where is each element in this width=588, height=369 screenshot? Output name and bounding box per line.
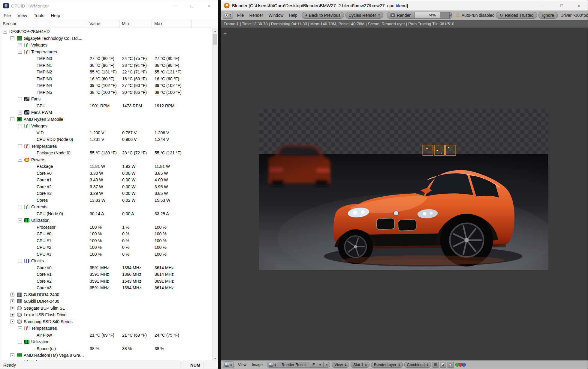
browse-image-button[interactable] [267, 362, 278, 368]
sensor-row[interactable]: Core #23.37 W0.00 W3.95 W [1, 183, 212, 190]
renderlayer-dropdown[interactable]: RenderLayer [371, 362, 403, 368]
hwmonitor-scrollbar[interactable]: ▴ ▾ [212, 28, 218, 361]
sensor-row[interactable]: VID1.200 V0.787 V1.206 V [1, 129, 212, 136]
new-image-button[interactable]: + [317, 362, 324, 368]
sensor-row[interactable]: -Utilization [1, 338, 212, 345]
sensor-row[interactable]: Core #13591 MHz1366 MHz3614 MHz [1, 271, 212, 278]
back-to-previous-button[interactable]: Back to Previous [302, 12, 344, 19]
sensor-row[interactable]: TMPIN027 °C (80 °F)24 °C (75 °F)27 °C (8… [1, 55, 212, 62]
editor-type-button[interactable] [223, 362, 234, 368]
sensor-row[interactable]: Package11.81 W1.93 W11.81 W [1, 163, 212, 170]
collapse-icon[interactable]: - [3, 30, 7, 34]
collapse-icon[interactable]: - [18, 158, 22, 162]
image-editor-area[interactable]: + [221, 28, 587, 360]
sensor-row[interactable]: CPU #3100 %0 %100 % [1, 251, 212, 258]
menu-view[interactable]: View [14, 12, 30, 19]
renderpass-dropdown[interactable]: Combined [404, 362, 431, 368]
sensor-row[interactable]: TMPIN255 °C (131 °F)22 °C (71 °F)55 °C (… [1, 69, 212, 76]
reload-trusted-button[interactable]: Reload Trusted [496, 12, 537, 19]
collapse-icon[interactable]: - [18, 340, 22, 344]
collapse-icon[interactable]: - [11, 353, 14, 357]
column-sensor[interactable]: Sensor [0, 20, 87, 28]
sensor-row[interactable]: Core #13.40 W0.00 W4.00 W [1, 177, 212, 183]
render-engine-dropdown[interactable]: Cycles Render [345, 12, 383, 19]
column-value[interactable]: Value [87, 20, 119, 28]
sensor-row[interactable]: CPU VDD (Node 0)1.231 V0.906 V1.244 V [1, 136, 212, 143]
sensor-row[interactable]: -Clocks [1, 257, 212, 264]
display-channels-icon[interactable] [456, 363, 466, 367]
maximize-button[interactable]: □ [183, 0, 201, 11]
sensor-row[interactable]: CPU1901 RPM1473 RPM1912 RPM [1, 103, 212, 109]
maximize-button[interactable]: □ [553, 0, 570, 10]
sensor-row[interactable]: +Voltages [1, 359, 212, 361]
menu-help[interactable]: Help [286, 12, 300, 19]
toggle-grid-icon[interactable] [433, 362, 439, 368]
sensor-row[interactable]: CPU #2100 %0 %100 % [1, 244, 212, 251]
render-job-button[interactable]: Render [387, 12, 414, 19]
sensor-row[interactable]: -Voltages [1, 123, 212, 129]
menu-render[interactable]: Render [247, 12, 266, 19]
sensor-row[interactable]: Core #23591 MHz1543 MHz3691 MHz [1, 278, 212, 285]
ignore-button[interactable]: Ignore [538, 12, 558, 19]
sensor-row[interactable]: -Fans [1, 96, 212, 103]
sensor-row[interactable]: -Temperatures [1, 49, 212, 55]
scroll-up-icon[interactable]: ▴ [213, 28, 218, 33]
menu-tools[interactable]: Tools [30, 12, 47, 19]
collapse-icon[interactable]: - [11, 36, 14, 40]
menu-file[interactable]: File [0, 12, 14, 19]
minimize-button[interactable]: ─ [535, 0, 553, 10]
collapse-icon[interactable]: - [18, 259, 22, 263]
sensor-row[interactable]: -Gigabyte Technology Co. Ltd.... [1, 35, 212, 42]
sensor-row[interactable]: Package (Node 0)55 °C (130 °F)23 °C (72 … [1, 150, 212, 156]
view-mode-dropdown[interactable]: View [332, 362, 349, 368]
close-button[interactable]: × [201, 0, 218, 11]
collapse-icon[interactable]: - [18, 144, 22, 148]
sensor-row[interactable]: +Lexar USB Flash Drive [1, 311, 212, 318]
sensor-row[interactable]: Core #03591 MHz1394 MHz3614 MHz [1, 264, 212, 271]
fake-user-button[interactable]: F [310, 362, 317, 368]
sensor-row[interactable]: -Powers [1, 156, 212, 163]
sensor-row[interactable]: Processor100 %1 %100 % [1, 224, 212, 231]
column-max[interactable]: Max [152, 20, 191, 28]
sensor-row[interactable]: Cores13.33 W0.02 W15.53 W [1, 197, 212, 204]
sensor-row[interactable]: +Voltages [1, 42, 212, 49]
sensor-row[interactable]: Space (c:)38 %38 %38 % [1, 345, 212, 352]
sensor-row[interactable]: +G.Skill DDR4-2400 [1, 298, 212, 305]
sensor-row[interactable]: +G.Skill DDR4-2400 [1, 291, 212, 298]
sensor-row[interactable]: -Temperatures [1, 325, 212, 332]
sensor-row[interactable]: CPU #0100 %0 %100 % [1, 231, 212, 237]
scroll-thumb[interactable] [213, 34, 217, 45]
expand-icon[interactable]: + [11, 306, 14, 310]
minimize-button[interactable]: ─ [166, 0, 183, 11]
sensor-row[interactable]: CPU (Node 0)30.14 A0.00 A33.25 A [1, 210, 212, 217]
sensor-row[interactable]: TMPIN136 °C (96 °F)33 °C (91 °F)36 °C (9… [1, 62, 212, 69]
sensor-row[interactable]: -Temperatures [1, 143, 212, 150]
unlink-image-button[interactable]: × [324, 362, 330, 368]
expand-icon[interactable]: + [11, 313, 14, 317]
expand-icon[interactable]: + [18, 111, 22, 115]
collapse-icon[interactable]: - [11, 117, 14, 121]
collapse-icon[interactable]: - [18, 50, 22, 54]
region-expand-icon[interactable]: + [223, 30, 227, 37]
sensor-row[interactable]: Air Flow21 °C (69 °F)21 °C (69 °F)24 °C … [1, 332, 212, 339]
sensor-row[interactable]: TMPIN538 °C (100 °F)30 °C (86 °F)38 °C (… [1, 89, 212, 96]
expand-icon[interactable]: + [11, 293, 14, 296]
collapse-icon[interactable]: - [18, 326, 22, 330]
cancel-render-button[interactable]: × [450, 12, 452, 19]
collapse-icon[interactable]: - [18, 97, 22, 101]
close-button[interactable]: × [570, 0, 588, 10]
sensor-row[interactable]: -Currents [1, 204, 212, 210]
collapse-icon[interactable]: - [18, 124, 22, 128]
sensor-row[interactable]: Core #03.30 W0.00 W3.85 W [1, 170, 212, 177]
image-datablock-name[interactable]: Render Result [278, 362, 310, 368]
sensor-row[interactable]: TMPIN316 °C (60 °F)16 °C (60 °F)16 °C (6… [1, 76, 212, 82]
menu-view[interactable]: View [235, 362, 249, 368]
collapse-icon[interactable]: - [11, 320, 14, 323]
toggle-alpha-icon[interactable] [440, 362, 446, 368]
expand-icon[interactable]: + [11, 299, 14, 303]
scroll-down-icon[interactable]: ▾ [213, 356, 218, 361]
menu-window[interactable]: Window [266, 12, 286, 19]
editor-type-button[interactable] [223, 12, 233, 19]
sensor-row[interactable]: +Fans PWM [1, 109, 212, 116]
sensor-row[interactable]: Core #33.29 W0.00 W3.85 W [1, 190, 212, 197]
